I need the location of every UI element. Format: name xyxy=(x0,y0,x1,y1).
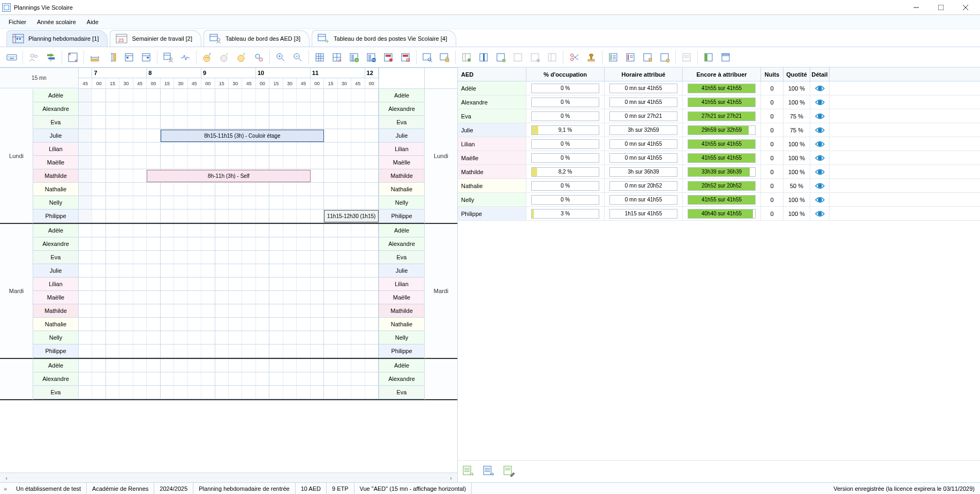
aed-name[interactable]: Nelly xyxy=(379,196,424,209)
cal-left-icon[interactable] xyxy=(120,49,138,65)
grid-gedit-icon[interactable] xyxy=(458,49,475,65)
aed-name[interactable]: Julie xyxy=(33,264,79,278)
aed-row[interactable]: Philippe3 %1h15 sur 41h5540h40 sur 41h55… xyxy=(458,207,980,221)
aed-name[interactable]: Eva xyxy=(33,116,79,129)
th-occupation[interactable]: % d'occupation xyxy=(526,68,605,81)
th-nuits[interactable]: Nuits xyxy=(761,68,783,81)
aed-name[interactable]: Eva xyxy=(379,116,424,129)
grid-gdis2-icon[interactable] xyxy=(526,49,544,65)
keyboard-icon[interactable] xyxy=(3,49,20,65)
grid-gdis3-icon[interactable] xyxy=(544,49,561,65)
aed-row[interactable]: Adèle0 %0 mn sur 41h5541h55 sur 41h55010… xyxy=(458,81,980,95)
export-green-icon[interactable] xyxy=(462,465,475,478)
th-attribuer[interactable]: Encore à attribuer xyxy=(683,68,761,81)
stamp-icon[interactable] xyxy=(583,49,600,65)
aed-name[interactable]: Julie xyxy=(33,129,79,143)
aed-name[interactable]: Adèle xyxy=(379,359,424,372)
minimize-button[interactable] xyxy=(904,0,929,15)
aed-name[interactable]: Philippe xyxy=(379,209,424,223)
list-disabled-icon[interactable] xyxy=(678,49,695,65)
close-button[interactable] xyxy=(953,0,978,15)
event-julie[interactable]: 8h15-11h15 (3h) - Couloir étage xyxy=(161,130,324,142)
th-quotite[interactable]: Quotité xyxy=(783,68,810,81)
list-lock-icon[interactable] xyxy=(639,49,656,65)
panel-left-icon[interactable] xyxy=(700,49,717,65)
aed-name[interactable]: Eva xyxy=(379,386,424,399)
aed-name[interactable]: Maëlle xyxy=(33,156,79,169)
aed-row[interactable]: Eva0 %0 mn sur 27h2127h21 sur 27h21075 % xyxy=(458,109,980,123)
aed-name[interactable]: Mathilde xyxy=(379,169,424,183)
h-scrollbar[interactable]: ‹ › xyxy=(0,473,457,482)
detail-eye-button[interactable] xyxy=(810,137,830,151)
tab-bord-postes[interactable]: Tableau de bord des postes Vie Scolaire … xyxy=(312,30,456,47)
grid-gcol-icon[interactable] xyxy=(475,49,492,65)
aed-name[interactable]: Nelly xyxy=(33,331,79,345)
aed-name[interactable]: Maëlle xyxy=(379,156,424,169)
aed-name[interactable]: Mathilde xyxy=(33,304,79,318)
aed-name[interactable]: Lilian xyxy=(33,143,79,156)
aed-name[interactable]: Alexandre xyxy=(33,237,79,251)
aed-name[interactable]: Maëlle xyxy=(379,291,424,304)
th-horaire[interactable]: Horaire attribué xyxy=(605,68,683,81)
th-detail[interactable]: Détail xyxy=(810,68,830,81)
aed-row[interactable]: Mathilde8,2 %3h sur 36h3933h39 sur 36h39… xyxy=(458,165,980,179)
aed-name[interactable]: Adèle xyxy=(33,89,79,102)
detail-eye-button[interactable] xyxy=(810,165,830,178)
event-mathilde[interactable]: 8h-11h (3h) - Self xyxy=(147,170,310,182)
detail-eye-button[interactable] xyxy=(810,207,830,220)
export-blue-icon[interactable] xyxy=(483,465,495,478)
aed-name[interactable]: Julie xyxy=(379,129,424,143)
detail-eye-button[interactable] xyxy=(810,123,830,137)
detail-eye-button[interactable] xyxy=(810,81,830,95)
aed-name[interactable]: Mathilde xyxy=(33,169,79,183)
aed-name[interactable]: Adèle xyxy=(379,224,424,237)
th-aed[interactable]: AED xyxy=(458,68,526,81)
tab-semainier[interactable]: 23 Semainier de travail [2] xyxy=(110,30,201,47)
grid-gdis1-icon[interactable] xyxy=(509,49,526,65)
aed-name[interactable]: Nelly xyxy=(33,196,79,209)
tab-planning-hebdo[interactable]: Planning hebdomadaire [1] xyxy=(6,30,108,47)
aed-name[interactable]: Nathalie xyxy=(379,318,424,331)
resize-icon[interactable] xyxy=(64,49,81,65)
lock-window-icon[interactable] xyxy=(436,49,453,65)
heartbeat-icon[interactable] xyxy=(177,49,194,65)
menu-aide[interactable]: Aide xyxy=(81,17,104,27)
zoom-in-icon[interactable] xyxy=(272,49,289,65)
aed-name[interactable]: Nelly xyxy=(379,331,424,345)
aed-name[interactable]: Adèle xyxy=(33,224,79,237)
maximize-button[interactable] xyxy=(929,0,953,15)
face-zzz-blue-icon[interactable]: Z xyxy=(199,49,216,65)
grid-x-icon[interactable] xyxy=(328,49,345,65)
panel-both-icon[interactable] xyxy=(717,49,734,65)
aed-name[interactable]: Maëlle xyxy=(33,291,79,304)
event-philippe[interactable]: 11h15-12h30 (1h15) xyxy=(324,210,379,222)
grid-area[interactable] xyxy=(79,359,379,400)
face-zzz-green-icon[interactable]: Z xyxy=(233,49,250,65)
list-badge-icon[interactable] xyxy=(656,49,673,65)
scroll-right-icon[interactable]: › xyxy=(447,475,455,481)
aed-name[interactable]: Mathilde xyxy=(379,304,424,318)
aed-name[interactable]: Lilian xyxy=(379,143,424,156)
grid-add-icon[interactable]: + xyxy=(345,49,363,65)
status-chevron-icon[interactable]: » xyxy=(0,485,11,492)
people-icon[interactable] xyxy=(25,49,42,65)
grid-red-icon[interactable] xyxy=(380,49,397,65)
list-red-icon[interactable] xyxy=(622,49,639,65)
ruler-h-icon[interactable] xyxy=(86,49,103,65)
cal-right-icon[interactable] xyxy=(138,49,155,65)
aed-name[interactable]: Adèle xyxy=(33,359,79,372)
aed-name[interactable]: Eva xyxy=(33,386,79,399)
aed-row[interactable]: Nelly0 %0 mn sur 41h5541h55 sur 41h55010… xyxy=(458,193,980,207)
detail-eye-button[interactable] xyxy=(810,109,830,123)
list-green-icon[interactable] xyxy=(605,49,622,65)
detail-eye-button[interactable] xyxy=(810,179,830,192)
aed-row[interactable]: Lilian0 %0 mn sur 41h5541h55 sur 41h5501… xyxy=(458,137,980,151)
scissors-icon[interactable] xyxy=(566,49,583,65)
gears-icon[interactable] xyxy=(250,49,267,65)
aed-name[interactable]: Adèle xyxy=(379,89,424,102)
grid-area[interactable] xyxy=(79,224,379,359)
search-window-icon[interactable] xyxy=(419,49,436,65)
grid-gadd2-icon[interactable]: + xyxy=(492,49,509,65)
grid-minus-icon[interactable] xyxy=(363,49,380,65)
detail-eye-button[interactable] xyxy=(810,193,830,206)
